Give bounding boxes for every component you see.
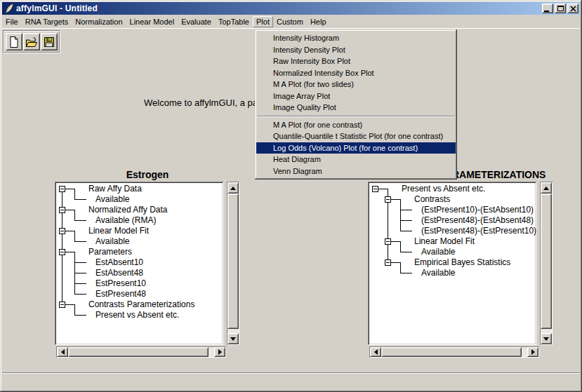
tree-node-label[interactable]: EstAbsent48 bbox=[95, 268, 143, 278]
minus-icon bbox=[386, 262, 390, 263]
expand-collapse-box[interactable] bbox=[59, 186, 65, 192]
scroll-down-button[interactable] bbox=[227, 333, 239, 344]
tree-node-label[interactable]: Available bbox=[95, 236, 129, 247]
expand-collapse-box[interactable] bbox=[385, 196, 391, 203]
save-file-button[interactable] bbox=[41, 33, 58, 50]
menubar-item-rna-targets[interactable]: RNA Targets bbox=[22, 16, 72, 27]
plot-menu-item-image-quality-plot[interactable]: Image Quality Plot bbox=[256, 102, 456, 114]
tree-guide-line bbox=[62, 194, 62, 205]
open-file-button[interactable] bbox=[23, 33, 40, 50]
maximize-icon bbox=[557, 6, 564, 11]
scroll-up-button[interactable] bbox=[541, 182, 552, 194]
tree-node-label[interactable]: Available bbox=[95, 194, 129, 205]
plot-menu-item-quantile-quantile-t-statistic-plot-for-one-contrast[interactable]: Quantile-Quantile t Statistic Plot (for … bbox=[256, 130, 456, 142]
tree-node-label[interactable]: Linear Model Fit bbox=[414, 236, 475, 247]
tree-node-label[interactable]: EstAbsent10 bbox=[95, 257, 143, 268]
maximize-button[interactable] bbox=[555, 4, 566, 13]
menubar-item-toptable[interactable]: TopTable bbox=[215, 16, 253, 27]
tree-guide-line bbox=[388, 247, 388, 257]
plot-menu-item-heat-diagram[interactable]: Heat Diagram bbox=[256, 154, 456, 165]
plot-menu-item-m-a-plot-for-one-contrast[interactable]: M A Plot (for one contrast) bbox=[256, 119, 456, 131]
tree-guide-line bbox=[388, 189, 388, 194]
tree-guide-line bbox=[75, 262, 86, 263]
plot-menu-item-intensity-density-plot[interactable]: Intensity Density Plot bbox=[256, 44, 456, 56]
tree-row: Raw Affy Data bbox=[56, 184, 223, 194]
expand-collapse-box[interactable] bbox=[385, 238, 391, 245]
horizontal-scrollbar-thumb[interactable] bbox=[381, 347, 522, 357]
tree-row: Normalized Affy Data bbox=[56, 205, 223, 215]
tree-node-label[interactable]: Contrasts Parameterizations bbox=[88, 299, 194, 310]
menubar-item-custom[interactable]: Custom bbox=[273, 16, 307, 27]
vertical-scrollbar-thumb[interactable] bbox=[227, 194, 239, 329]
scroll-down-button[interactable] bbox=[541, 333, 552, 344]
tree-node-label[interactable]: Parameters bbox=[88, 247, 132, 257]
menubar-item-plot[interactable]: Plot bbox=[253, 16, 273, 27]
tree-node-label[interactable]: Available bbox=[421, 268, 455, 278]
tree-node-label[interactable]: (EstPresent48)-(EstPresent10) bbox=[421, 226, 536, 236]
tree-row: Linear Model Fit bbox=[56, 226, 223, 236]
tree-guide-line bbox=[75, 199, 86, 200]
horizontal-scrollbar[interactable] bbox=[369, 346, 539, 358]
tree-guide-line bbox=[62, 268, 62, 278]
vertical-scrollbar-thumb[interactable] bbox=[541, 194, 552, 329]
menubar-item-help[interactable]: Help bbox=[307, 16, 330, 27]
scroll-up-button[interactable] bbox=[227, 182, 239, 194]
plot-menu-item-image-array-plot[interactable]: Image Array Plot bbox=[256, 90, 456, 102]
tree-node-label[interactable]: Available bbox=[421, 247, 455, 257]
tree-guide-line bbox=[62, 289, 62, 299]
minus-icon bbox=[386, 241, 390, 242]
scroll-left-button[interactable] bbox=[370, 347, 381, 357]
vertical-scrollbar[interactable] bbox=[540, 182, 553, 345]
tree-guide-line bbox=[401, 210, 412, 210]
expand-collapse-box[interactable] bbox=[59, 228, 65, 234]
tree-guide-line bbox=[65, 210, 75, 210]
tree-node-label[interactable]: (EstPresent48)-(EstAbsent48) bbox=[421, 215, 534, 226]
plot-menu-item-m-a-plot-for-two-slides[interactable]: M A Plot (for two slides) bbox=[256, 79, 456, 90]
horizontal-scrollbar-thumb[interactable] bbox=[68, 347, 209, 357]
tree-guide-line bbox=[401, 220, 412, 221]
expand-collapse-box[interactable] bbox=[59, 249, 65, 255]
menubar-item-linear-model[interactable]: Linear Model bbox=[126, 16, 178, 27]
close-button[interactable] bbox=[567, 4, 578, 13]
tree-node-label[interactable]: Contrasts bbox=[414, 194, 450, 205]
tree-row: (EstPresent48)-(EstAbsent48) bbox=[369, 215, 536, 226]
tree-guide-line bbox=[75, 315, 86, 316]
tree-node-label[interactable]: Present vs Absent etc. bbox=[95, 310, 179, 320]
tree-node-label[interactable]: Linear Model Fit bbox=[88, 226, 149, 236]
plot-menu-item-venn-diagram[interactable]: Venn Diagram bbox=[256, 165, 456, 177]
plot-menu-item-intensity-histogram[interactable]: Intensity Histogram bbox=[256, 32, 456, 44]
menubar-item-normalization[interactable]: Normalization bbox=[72, 16, 126, 27]
scroll-right-button[interactable] bbox=[527, 347, 538, 357]
expand-collapse-box[interactable] bbox=[385, 259, 391, 266]
tree-node-label[interactable]: Raw Affy Data bbox=[88, 184, 142, 194]
expand-collapse-box[interactable] bbox=[372, 186, 378, 192]
plot-menu-item-raw-intensity-box-plot[interactable]: Raw Intensity Box Plot bbox=[256, 55, 456, 67]
new-file-button[interactable] bbox=[6, 33, 22, 50]
scroll-left-button[interactable] bbox=[57, 347, 68, 357]
expand-collapse-box[interactable] bbox=[59, 302, 65, 308]
menubar-item-file[interactable]: File bbox=[2, 16, 22, 27]
horizontal-scrollbar[interactable] bbox=[56, 346, 226, 358]
vertical-scrollbar[interactable] bbox=[227, 182, 239, 345]
tree-node-label[interactable]: Normalized Affy Data bbox=[88, 205, 168, 215]
arrow-right-icon bbox=[531, 349, 535, 355]
tree-node-label[interactable]: Available (RMA) bbox=[95, 215, 156, 226]
tree-node-label[interactable]: EstPresent10 bbox=[95, 278, 146, 289]
left-tree: Raw Affy DataAvailableNormalized Affy Da… bbox=[55, 182, 223, 345]
toolbar-frame bbox=[4, 31, 60, 53]
toolbar bbox=[3, 30, 60, 53]
tree-row: Available bbox=[369, 268, 536, 278]
tree-node-label[interactable]: (EstPresent10)-(EstAbsent10) bbox=[421, 205, 534, 215]
minimize-button[interactable] bbox=[542, 4, 553, 13]
titlebar[interactable]: affylmGUI - Untitled bbox=[2, 2, 580, 15]
tree-node-label[interactable]: EstPresent48 bbox=[95, 289, 146, 299]
expand-collapse-box[interactable] bbox=[59, 207, 65, 213]
tree-row: EstPresent10 bbox=[56, 278, 223, 289]
tree-node-label[interactable]: Present vs Absent etc. bbox=[402, 184, 485, 194]
plot-menu-item-log-odds-volcano-plot-for-one-contrast[interactable]: Log Odds (Volcano) Plot (for one contras… bbox=[256, 142, 456, 154]
tree-guide-line bbox=[62, 278, 62, 289]
tree-node-label[interactable]: Empirical Bayes Statistics bbox=[414, 257, 510, 268]
menubar-item-evaluate[interactable]: Evaluate bbox=[178, 16, 215, 27]
plot-menu-item-normalized-intensity-box-plot[interactable]: Normalized Intensity Box Plot bbox=[256, 67, 456, 79]
scroll-right-button[interactable] bbox=[214, 347, 225, 357]
